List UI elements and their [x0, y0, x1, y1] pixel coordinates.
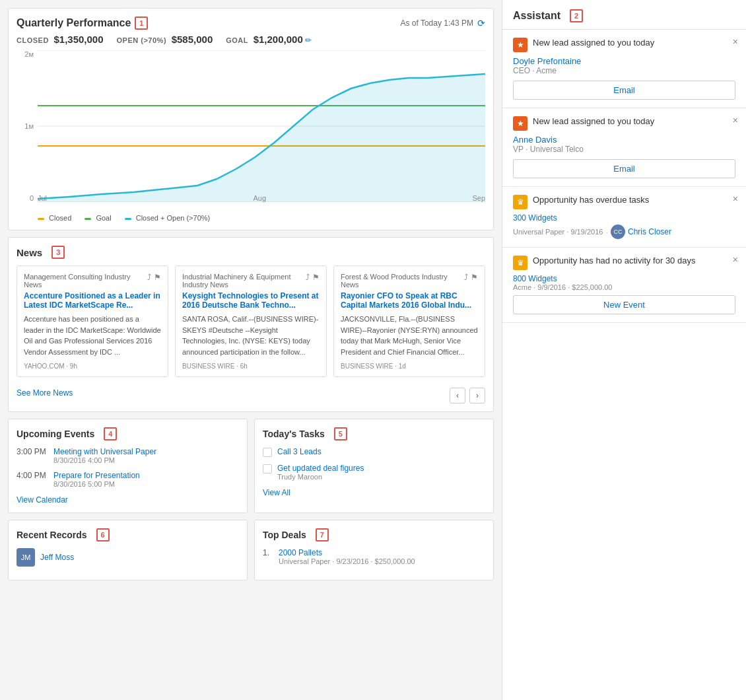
- assistant-person-1[interactable]: Anne Davis: [513, 135, 735, 145]
- y-label-0: 0: [30, 194, 34, 202]
- x-label-jul: Jul: [38, 194, 47, 202]
- event-details-0: Meeting with Universal Paper 8/30/2016 4…: [53, 447, 156, 464]
- event-name-1[interactable]: Prepare for Presentation: [53, 471, 140, 480]
- news-body-0: Accenture has been positioned as a leade…: [24, 314, 161, 357]
- assistant-panel: Assistant 2 × ★ New lead assigned to you…: [502, 0, 746, 700]
- edit-goal-icon[interactable]: ✏: [305, 36, 312, 45]
- closed-stat: CLOSED $1,350,000: [17, 34, 104, 45]
- news-title-1[interactable]: Keysight Technologies to Present at 2016…: [182, 291, 320, 310]
- assistant-card-header-2: ♛ Opportunity has overdue tasks: [513, 195, 735, 209]
- perf-meta: As of Today 1:43 PM ⟳: [400, 18, 485, 28]
- news-item-0: Management Consulting Industry News ⤴ ⚑ …: [17, 265, 168, 377]
- x-label-sep: Sep: [472, 194, 485, 202]
- assistant-meta-2: Universal Paper · 9/19/2016: [513, 228, 603, 236]
- open-label: OPEN (>70%): [117, 36, 167, 44]
- assistant-email-btn-1[interactable]: Email: [513, 159, 735, 178]
- share-icon-0[interactable]: ⤴: [147, 273, 151, 282]
- task-owner-1: Trudy Maroon: [277, 473, 364, 481]
- close-card-2[interactable]: ×: [733, 193, 738, 204]
- assistant-title: Assistant: [513, 10, 560, 22]
- open-stat: OPEN (>70%) $585,000: [117, 34, 213, 45]
- events-title: Upcoming Events 4: [17, 427, 239, 440]
- event-details-1: Prepare for Presentation 8/30/2016 5:00 …: [53, 471, 140, 488]
- closed-value: $1,350,000: [53, 34, 103, 45]
- deal-content-0: 2000 Pallets Universal Paper · 9/23/2016…: [279, 548, 415, 565]
- legend-closed-open: Closed + Open (>70%): [125, 214, 211, 222]
- flag-icon-1[interactable]: ⚑: [312, 273, 320, 282]
- assistant-card-title-1: New lead assigned to you today: [533, 116, 735, 126]
- flag-icon-0[interactable]: ⚑: [154, 273, 161, 282]
- assistant-email-btn-0[interactable]: Email: [513, 81, 735, 100]
- event-date-1: 8/30/2016 5:00 PM: [53, 480, 140, 488]
- share-icon-1[interactable]: ⤴: [306, 273, 310, 282]
- assistant-new-event-btn[interactable]: New Event: [513, 295, 735, 314]
- view-calendar-link[interactable]: View Calendar: [17, 495, 68, 505]
- closed-label: CLOSED: [17, 36, 49, 44]
- news-footer-0: YAHOO.COM · 9h: [24, 363, 161, 370]
- assistant-card-1: × ★ New lead assigned to you today Anne …: [502, 108, 746, 187]
- opportunity-crown-icon-3: ♛: [513, 256, 527, 270]
- task-checkbox-1[interactable]: [263, 464, 272, 473]
- assistant-deal-3[interactable]: 800 Widgets: [513, 274, 735, 283]
- assistant-person-0[interactable]: Doyle Prefontaine: [513, 56, 735, 66]
- deal-num-0: 1.: [263, 548, 273, 557]
- event-time-0: 3:00 PM: [17, 447, 48, 464]
- share-icon-2[interactable]: ⤴: [464, 273, 468, 282]
- tasks-badge: 5: [334, 427, 347, 440]
- task-content-0: Call 3 Leads: [277, 447, 322, 456]
- assistant-card-header-3: ♛ Opportunity has had no activity for 30…: [513, 256, 735, 270]
- news-title-2[interactable]: Rayonier CFO to Speak at RBC Capital Mar…: [341, 291, 478, 310]
- legend-closed-dot: [38, 218, 44, 220]
- event-name-0[interactable]: Meeting with Universal Paper: [53, 447, 156, 456]
- assistant-card-header-1: ★ New lead assigned to you today: [513, 116, 735, 131]
- task-item-0: Call 3 Leads: [263, 447, 485, 457]
- lead-star-icon-1: ★: [513, 116, 527, 131]
- opportunity-crown-icon-2: ♛: [513, 195, 527, 209]
- news-category-1: Industrial Machinery & Equipment Industr…: [182, 273, 306, 289]
- close-card-3[interactable]: ×: [733, 254, 738, 265]
- open-value: $585,000: [172, 34, 213, 45]
- refresh-icon[interactable]: ⟳: [477, 18, 485, 28]
- assistant-owner-2[interactable]: Chris Closer: [628, 227, 671, 236]
- chart-x-labels: Jul Aug Sep: [38, 194, 485, 202]
- news-title-0[interactable]: Accenture Positioned as a Leader in Late…: [24, 291, 161, 310]
- assistant-meta-row-2: Universal Paper · 9/19/2016 · CC Chris C…: [513, 225, 735, 239]
- assistant-deal-2[interactable]: 300 Widgets: [513, 213, 735, 223]
- news-footer-2: BUSINESS WIRE · 1d: [341, 363, 478, 370]
- event-item-0: 3:00 PM Meeting with Universal Paper 8/3…: [17, 447, 239, 464]
- news-navigation: ‹ ›: [450, 388, 485, 403]
- task-name-0[interactable]: Call 3 Leads: [277, 447, 322, 456]
- recent-section: Recent Records 6 JM Jeff Moss: [8, 520, 248, 580]
- news-item-2: Forest & Wood Products Industry News ⤴ ⚑…: [333, 265, 485, 377]
- chart-svg-area: [38, 50, 485, 202]
- deal-name-0[interactable]: 2000 Pallets: [279, 548, 415, 557]
- task-checkbox-0[interactable]: [263, 448, 272, 457]
- as-of-label: As of Today 1:43 PM: [400, 18, 473, 28]
- legend-closed: Closed: [38, 214, 71, 222]
- assistant-card-header-0: ★ New lead assigned to you today: [513, 38, 735, 52]
- task-name-1[interactable]: Get updated deal figures: [277, 464, 364, 473]
- view-all-tasks-link[interactable]: View All: [263, 488, 290, 497]
- goal-label: GOAL: [226, 36, 248, 44]
- deal-meta-0: Universal Paper · 9/23/2016 · $250,000.0…: [279, 557, 415, 565]
- news-body-1: SANTA ROSA, Calif.--(BUSINESS WIRE)- SKE…: [182, 314, 320, 357]
- recent-icon-0: JM: [17, 548, 35, 567]
- legend-goal: Goal: [85, 214, 111, 222]
- recent-badge: 6: [96, 528, 110, 542]
- perf-badge: 1: [135, 17, 148, 30]
- news-prev-button[interactable]: ‹: [450, 388, 465, 403]
- see-more-news[interactable]: See More News: [17, 388, 73, 398]
- close-card-0[interactable]: ×: [733, 36, 738, 47]
- news-next-button[interactable]: ›: [469, 388, 485, 403]
- owner-avatar-2: CC: [611, 225, 625, 239]
- perf-stats: CLOSED $1,350,000 OPEN (>70%) $585,000 G…: [17, 34, 485, 45]
- legend-goal-dot: [85, 218, 91, 220]
- assistant-card-title-2: Opportunity has overdue tasks: [533, 195, 735, 205]
- news-title: News: [17, 247, 42, 258]
- close-card-1[interactable]: ×: [733, 115, 738, 125]
- news-grid: Management Consulting Industry News ⤴ ⚑ …: [17, 265, 485, 377]
- y-label-1m: 1м: [24, 122, 34, 130]
- chart-y-labels: 2м 1м 0: [17, 50, 36, 202]
- flag-icon-2[interactable]: ⚑: [471, 273, 478, 282]
- recent-name-0[interactable]: Jeff Moss: [40, 553, 74, 562]
